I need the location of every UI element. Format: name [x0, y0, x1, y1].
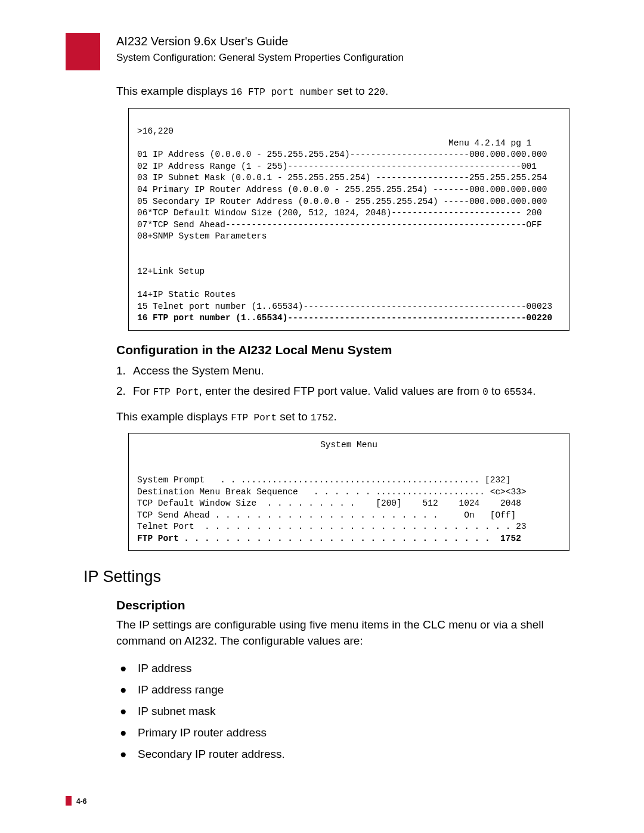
code-line: 02 IP Address Range (1 - 255)-----------…: [137, 162, 537, 171]
code-inline: 1752: [311, 413, 333, 423]
code-line-highlight: 16 FTP port number (1..65534)-----------…: [137, 313, 552, 323]
code-line: Destination Menu Break Sequence . . . . …: [137, 487, 527, 497]
code-inline: 220: [368, 87, 385, 98]
text: set to: [277, 410, 311, 423]
code-line-highlight: FTP Port . . . . . . . . . . . . . . . .…: [137, 534, 521, 543]
subsection-heading-description: Description: [116, 598, 569, 612]
doc-subtitle: System Configuration: General System Pro…: [116, 52, 404, 64]
list-item: ●IP subnet mask: [116, 701, 569, 722]
list-text: Secondary IP router address.: [138, 744, 285, 765]
page-header: AI232 Version 9.6x User's Guide System C…: [116, 35, 404, 64]
intro-paragraph: This example displays 16 FTP port number…: [116, 83, 569, 100]
code-line: 06*TCP Default Window Size (200, 512, 10…: [137, 208, 542, 218]
bullet-icon: ●: [116, 658, 138, 679]
code-line: 03 IP Subnet Mask (0.0.0.1 - 255.255.255…: [137, 173, 547, 182]
description-paragraph: The IP settings are configurable using f…: [116, 617, 569, 649]
main-content: This example displays 16 FTP port number…: [116, 83, 569, 765]
code-inline: FTP Port: [231, 413, 277, 423]
code-line: 08+SNMP System Parameters: [137, 231, 267, 241]
bullet-list: ●IP address ●IP address range ●IP subnet…: [116, 658, 569, 765]
list-item: 2. For FTP Port, enter the desired FTP p…: [116, 382, 569, 401]
code-line: 01 IP Address (0.0.0.0 - 255.255.255.254…: [137, 150, 547, 159]
bullet-icon: ●: [116, 722, 138, 744]
code-inline: 65534: [504, 387, 532, 398]
code-line: 14+IP Static Routes: [137, 290, 236, 299]
section-heading-config: Configuration in the AI232 Local Menu Sy…: [116, 343, 569, 357]
text: to: [488, 385, 504, 397]
text: For: [133, 385, 153, 397]
page-number: 4-6: [76, 797, 86, 806]
code-line: TCP Default Window Size . . . . . . . . …: [137, 498, 521, 508]
code-line: 12+Link Setup: [137, 267, 205, 276]
text: This example displays: [116, 410, 231, 423]
code-title: System Menu: [137, 439, 561, 451]
code-line: Menu 4.2.14 pg 1: [137, 138, 531, 148]
text: set to: [334, 85, 368, 97]
code-inline: 0: [482, 387, 488, 398]
list-text: Primary IP router address: [138, 722, 267, 744]
section-heading-ip: IP Settings: [83, 568, 569, 586]
text: , enter the desired FTP port value. Vali…: [199, 385, 483, 397]
list-item: ●IP address range: [116, 679, 569, 701]
code-inline: FTP Port: [153, 387, 199, 398]
list-text: For FTP Port, enter the desired FTP port…: [133, 382, 536, 401]
bullet-icon: ●: [116, 744, 138, 765]
footer-accent: [66, 796, 72, 806]
code-line: System Prompt . . ......................…: [137, 475, 511, 485]
code-line: 07*TCP Send Ahead-----------------------…: [137, 220, 542, 230]
list-text: IP address: [138, 658, 191, 679]
code-line: 04 Primary IP Router Address (0.0.0.0 - …: [137, 185, 547, 194]
bullet-icon: ●: [116, 701, 138, 722]
code-line: Telnet Port . . . . . . . . . . . . . . …: [137, 522, 527, 531]
list-text: IP address range: [138, 679, 224, 701]
list-number: 1.: [116, 362, 133, 380]
code-block-menu: >16,220 Menu 4.2.14 pg 1 01 IP Address (…: [128, 108, 569, 331]
sidebar-accent: [66, 33, 100, 70]
code-line: TCP Send Ahead . . . . . . . . . . . . .…: [137, 510, 516, 520]
code-line: >16,220: [137, 126, 174, 136]
list-number: 2.: [116, 382, 133, 401]
text: This example displays: [116, 85, 231, 97]
code-line: 05 Secondary IP Router Address (0.0.0.0 …: [137, 197, 547, 206]
list-item: ●Primary IP router address: [116, 722, 569, 744]
text: .: [532, 385, 535, 397]
code-line: 15 Telnet port number (1..65534)--------…: [137, 302, 552, 311]
example-paragraph: This example displays FTP Port set to 17…: [116, 409, 569, 425]
text: .: [385, 85, 388, 97]
text: .: [333, 410, 336, 423]
code-inline: 16 FTP port number: [231, 87, 334, 98]
list-item: 1. Access the System Menu.: [116, 362, 569, 380]
doc-title: AI232 Version 9.6x User's Guide: [116, 35, 404, 48]
list-text: IP subnet mask: [138, 701, 216, 722]
list-item: ●IP address: [116, 658, 569, 679]
bullet-icon: ●: [116, 679, 138, 701]
list-text: Access the System Menu.: [133, 362, 264, 380]
numbered-list: 1. Access the System Menu. 2. For FTP Po…: [116, 362, 569, 401]
code-block-system-menu: System Menu System Prompt . . ..........…: [128, 433, 569, 551]
list-item: ●Secondary IP router address.: [116, 744, 569, 765]
